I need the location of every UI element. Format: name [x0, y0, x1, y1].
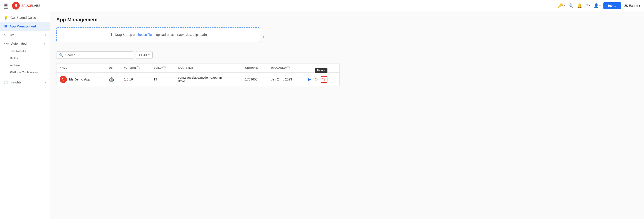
- insights-icon: 📊: [4, 80, 8, 84]
- sidebar-item-insights[interactable]: 📊 Insights ▾: [0, 78, 50, 86]
- os-filter-label: All: [143, 53, 147, 57]
- cell-identifier: com.saucelabs.mydemoapp.an droid: [175, 72, 242, 86]
- help-button[interactable]: ? ▾: [586, 3, 590, 8]
- automated-chevron-icon: ▲: [44, 42, 46, 45]
- page-title: App Management: [56, 17, 638, 23]
- col-header-actions: [304, 64, 340, 72]
- svg-text:S: S: [14, 4, 17, 8]
- search-input[interactable]: [65, 53, 130, 57]
- sidebar-item-insights-label: Insights: [10, 80, 42, 84]
- sidebar-item-platform-configurator[interactable]: Platform Configurator: [10, 69, 50, 76]
- sidebar-item-app-management-label: App Management: [10, 24, 46, 28]
- search-icon: 🔍: [59, 53, 64, 57]
- app-logo-icon: S: [62, 77, 65, 82]
- nav-icons: 🔑 ▾ 🔍 🔔 ? ▾ 👤 ▾: [558, 3, 601, 8]
- sidebar-item-builds[interactable]: Builds: [10, 55, 50, 62]
- insights-chevron-icon: ▾: [45, 81, 46, 84]
- live-icon: ▷: [4, 33, 6, 37]
- select-button[interactable]: ▶: [308, 76, 312, 82]
- search-button-nav[interactable]: 🔍: [568, 3, 574, 8]
- cell-uploaded: Jan 24th, 2023: [268, 72, 304, 86]
- region-label: US East 4 ▾: [624, 4, 640, 8]
- build-info-icon[interactable]: i: [162, 66, 166, 69]
- choose-file-link[interactable]: choose file: [136, 33, 152, 36]
- upload-icon: ⬆: [110, 32, 113, 37]
- cell-actions: ▶ ⚙ Delete 🗑: [304, 72, 340, 86]
- logo: S SAUCELABS: [12, 2, 40, 10]
- delete-tooltip-wrap: Delete 🗑: [321, 76, 328, 83]
- col-header-group-id: GROUP ID: [242, 64, 268, 72]
- upload-info-icon[interactable]: ℹ: [263, 35, 264, 39]
- col-header-name: NAME: [56, 64, 106, 72]
- main-content: App Management ⬆ Drag & drop or choose f…: [50, 11, 644, 219]
- cell-group-id: 1769605: [242, 72, 268, 86]
- col-header-os: OS: [106, 64, 121, 72]
- hamburger-button[interactable]: ☰: [4, 3, 8, 8]
- invite-button[interactable]: Invite: [604, 2, 621, 9]
- lightbulb-icon: 💡: [4, 16, 8, 20]
- uploaded-info-icon[interactable]: i: [286, 66, 290, 69]
- table-header: NAME OS VERSION i: [56, 64, 340, 72]
- automated-icon: </>: [4, 42, 9, 45]
- delete-button[interactable]: 🗑: [321, 76, 328, 83]
- sidebar-item-automated[interactable]: </> Automated ▲: [0, 40, 50, 48]
- col-header-build: BUILD i: [150, 64, 175, 72]
- top-nav: ☰ S SAUCELABS 🔑 ▾ 🔍 🔔 ? ▾ 👤 ▾ Invite US …: [0, 0, 644, 11]
- sidebar-item-automated-label: Automated: [11, 42, 41, 45]
- action-icons: ▶ ⚙ Delete 🗑: [308, 76, 336, 83]
- sidebar-item-get-started-label: Get Started Guide: [10, 16, 46, 20]
- sidebar-item-live-label: Live: [8, 33, 42, 37]
- region-chevron: ▾: [639, 4, 640, 8]
- key-button[interactable]: 🔑 ▾: [558, 3, 565, 8]
- toolbar: 🔍 ⊙ All ▾: [56, 51, 638, 59]
- col-header-uploaded: UPLOADED i: [268, 64, 304, 72]
- logo-text: SAUCELABS: [21, 4, 40, 8]
- table-row: S My Demo App 🤖 1.0.16 19 com.saucelabs.…: [56, 72, 340, 86]
- app-management-icon: 🖥: [4, 24, 7, 28]
- sidebar-item-live[interactable]: ▷ Live ▾: [0, 30, 50, 40]
- upload-zone[interactable]: ⬆ Drag & drop or choose file to upload a…: [56, 27, 260, 42]
- app-table: NAME OS VERSION i: [56, 64, 340, 86]
- user-button[interactable]: 👤 ▾: [594, 3, 601, 8]
- sauce-labs-logo-icon: S: [12, 2, 20, 10]
- version-info-icon[interactable]: i: [137, 66, 140, 69]
- search-input-wrap[interactable]: 🔍: [56, 52, 133, 59]
- app-icon-circle: S: [60, 76, 67, 83]
- sidebar-item-get-started[interactable]: 💡 Get Started Guide: [0, 13, 50, 22]
- os-filter-icon: ⊙: [139, 53, 142, 57]
- sidebar-item-test-results[interactable]: Test Results: [10, 48, 50, 55]
- android-icon: 🤖: [109, 77, 114, 82]
- upload-text: Drag & drop or choose file to upload an …: [115, 33, 207, 36]
- table-body: S My Demo App 🤖 1.0.16 19 com.saucelabs.…: [56, 72, 340, 86]
- automated-submenu: Test Results Builds Archive Platform Con…: [0, 48, 50, 76]
- cell-name: S My Demo App: [56, 72, 106, 86]
- app-table-wrap: NAME OS VERSION i: [56, 63, 340, 86]
- col-header-identifier: IDENTIFIER: [175, 64, 242, 72]
- live-chevron-icon: ▾: [45, 34, 46, 36]
- app-name: My Demo App: [69, 78, 90, 81]
- sidebar-item-archive[interactable]: Archive: [10, 62, 50, 69]
- settings-button[interactable]: ⚙: [314, 76, 318, 82]
- sidebar: 💡 Get Started Guide 🖥 App Management ▷ L…: [0, 11, 50, 219]
- bell-button[interactable]: 🔔: [577, 3, 582, 8]
- cell-build: 19: [150, 72, 175, 86]
- cell-version: 1.0.16: [121, 72, 150, 86]
- os-filter-dropdown[interactable]: ⊙ All ▾: [136, 51, 152, 59]
- os-filter-chevron-icon: ▾: [148, 54, 150, 56]
- sidebar-item-app-management[interactable]: 🖥 App Management: [0, 22, 50, 30]
- cell-os: 🤖: [106, 72, 121, 86]
- col-header-version: VERSION i: [121, 64, 150, 72]
